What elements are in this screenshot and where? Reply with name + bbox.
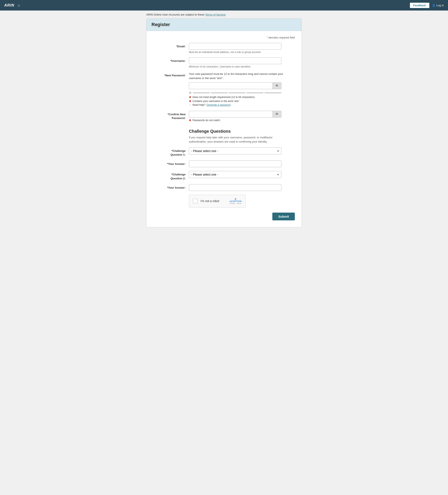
challenge-q1-select[interactable]: - Please select one -	[189, 147, 281, 154]
strength-seg-2	[211, 92, 228, 93]
challenge-q1-field-group: - Please select one -	[189, 147, 295, 154]
challenge-section: Challenge Questions If you request help …	[153, 127, 295, 220]
generate-password-link[interactable]: Generate a password	[206, 103, 231, 106]
recaptcha-icon: ♻	[235, 198, 237, 200]
password-note: Your new password must be 12 to 64 chara…	[189, 72, 295, 80]
terms-suffix: .	[225, 13, 226, 16]
email-input[interactable]	[189, 43, 281, 50]
register-title: Register	[152, 22, 296, 27]
password-error-2-text: Contains your username or the word 'arin…	[193, 100, 239, 103]
password-help-item: → Need help? Generate a password.	[189, 103, 295, 106]
terms-text: ARIN Online User Accounts are subject to…	[146, 13, 302, 16]
page-content: ARIN Online User Accounts are subject to…	[140, 11, 308, 234]
error-icon-1: ✖	[189, 96, 191, 99]
toggle-confirm-password-button[interactable]: 👁	[273, 111, 281, 118]
strength-seg-3	[229, 92, 246, 93]
challenge-q1-select-wrap: - Please select one -	[189, 147, 281, 154]
login-label: Log in	[436, 4, 444, 7]
user-icon: 👤	[432, 4, 435, 7]
username-field-group: Minimum of six characters. Username is c…	[189, 57, 295, 68]
challenge-q2-field-group: - Please select one -	[189, 171, 295, 178]
terms-of-service-link[interactable]: Terms of Service	[205, 13, 225, 16]
challenge-q2-select[interactable]: - Please select one -	[189, 171, 281, 178]
new-password-field-group: Your new password must be 12 to 64 chara…	[189, 72, 295, 107]
navbar-left: ARIN ⌂	[4, 3, 20, 8]
strength-icon: ⚙	[189, 91, 192, 95]
email-field-group: Must be an individual email address, not…	[189, 43, 295, 54]
arin-logo: ARIN	[4, 3, 14, 8]
strength-segments	[193, 92, 281, 93]
captcha-wrap: I'm not a robot ♻ reCAPTCHA Privacy - Te…	[153, 195, 295, 207]
confirm-password-input[interactable]	[189, 111, 273, 118]
confirm-password-input-wrap: 👁	[189, 111, 281, 118]
captcha-logo: ♻ reCAPTCHA Privacy - Terms	[229, 198, 242, 204]
strength-seg-1	[193, 92, 210, 93]
captcha-small-text: Privacy - Terms	[230, 203, 241, 204]
password-error-username: ✖ Contains your username or the word 'ar…	[189, 99, 295, 103]
strength-seg-5	[264, 92, 281, 93]
confirm-password-error: ✖ Passwords do not match	[189, 119, 295, 122]
register-header: Register	[146, 18, 302, 31]
captcha-label: I'm not a robot	[200, 199, 219, 203]
terms-prefix: ARIN Online User Accounts are subject to…	[146, 13, 205, 16]
captcha-box: I'm not a robot ♻ reCAPTCHA Privacy - Te…	[189, 195, 246, 207]
challenge-q2-row: *ChallengeQuestion 2: - Please select on…	[153, 171, 295, 180]
confirm-error-icon: ✖	[189, 119, 191, 122]
home-icon[interactable]: ⌂	[18, 3, 20, 8]
new-password-input[interactable]	[189, 82, 273, 89]
submit-row: Submit	[153, 213, 295, 220]
navbar: ARIN ⌂ Feedback 👤 Log in	[0, 0, 448, 11]
username-input[interactable]	[189, 57, 281, 64]
confirm-password-label: *Confirm NewPassword:	[153, 111, 189, 120]
answer1-label: *Your Answer:	[153, 160, 189, 166]
new-password-input-wrap: 👁	[189, 82, 281, 89]
new-password-label: *New Password:	[153, 72, 189, 77]
answer1-row: *Your Answer:	[153, 160, 295, 167]
password-strength-bar: ⚙	[189, 91, 281, 95]
new-password-row: *New Password: Your new password must be…	[153, 72, 295, 107]
email-hint: Must be an individual email address, not…	[189, 51, 295, 54]
challenge-q1-row: *ChallengeQuestion 1: - Please select on…	[153, 147, 295, 157]
answer1-input[interactable]	[189, 160, 281, 167]
confirm-password-field-group: 👁 ✖ Passwords do not match	[189, 111, 295, 123]
recaptcha-brand: reCAPTCHA	[229, 200, 242, 203]
register-card: Register * denotes required field *Email…	[146, 18, 302, 227]
username-row: *Username: Minimum of six characters. Us…	[153, 57, 295, 68]
password-help-prefix: Need help?	[193, 103, 205, 106]
challenge-title: Challenge Questions	[153, 129, 295, 134]
answer1-field-group	[189, 160, 295, 167]
challenge-q2-select-wrap: - Please select one -	[189, 171, 281, 178]
confirm-password-validation-list: ✖ Passwords do not match	[189, 119, 295, 123]
answer2-row: *Your Answer:	[153, 184, 295, 191]
toggle-new-password-button[interactable]: 👁	[273, 82, 281, 89]
password-validation-list: ✖ Does not meet length requirement (12 t…	[189, 96, 295, 107]
login-link[interactable]: 👤 Log in	[432, 4, 444, 7]
username-hint: Minimum of six characters. Username is c…	[189, 65, 295, 68]
error-icon-2: ✖	[189, 99, 191, 103]
challenge-q2-label: *ChallengeQuestion 2:	[153, 171, 189, 180]
challenge-q1-label: *ChallengeQuestion 1:	[153, 147, 189, 157]
answer2-label: *Your Answer:	[153, 184, 189, 190]
feedback-button[interactable]: Feedback	[410, 2, 430, 8]
answer2-input[interactable]	[189, 184, 281, 191]
username-label: *Username:	[153, 57, 189, 63]
strength-seg-4	[247, 92, 264, 93]
answer2-field-group	[189, 184, 295, 191]
email-row: *Email: Must be an individual email addr…	[153, 43, 295, 54]
arrow-icon: →	[189, 103, 191, 106]
password-error-length: ✖ Does not meet length requirement (12 t…	[189, 96, 295, 99]
required-note: * denotes required field	[153, 36, 295, 39]
navbar-right: Feedback 👤 Log in	[410, 2, 444, 8]
confirm-password-error-text: Passwords do not match	[193, 119, 220, 122]
challenge-desc: If you request help later with your user…	[153, 136, 288, 144]
password-help-suffix: .	[232, 103, 232, 106]
email-label: *Email:	[153, 43, 189, 48]
confirm-password-row: *Confirm NewPassword: 👁 ✖ Passwords do n…	[153, 111, 295, 123]
register-body: * denotes required field *Email: Must be…	[146, 31, 302, 227]
password-error-1-text: Does not meet length requirement (12 to …	[193, 96, 255, 99]
submit-button[interactable]: Submit	[272, 213, 295, 220]
captcha-checkbox[interactable]	[193, 199, 198, 203]
